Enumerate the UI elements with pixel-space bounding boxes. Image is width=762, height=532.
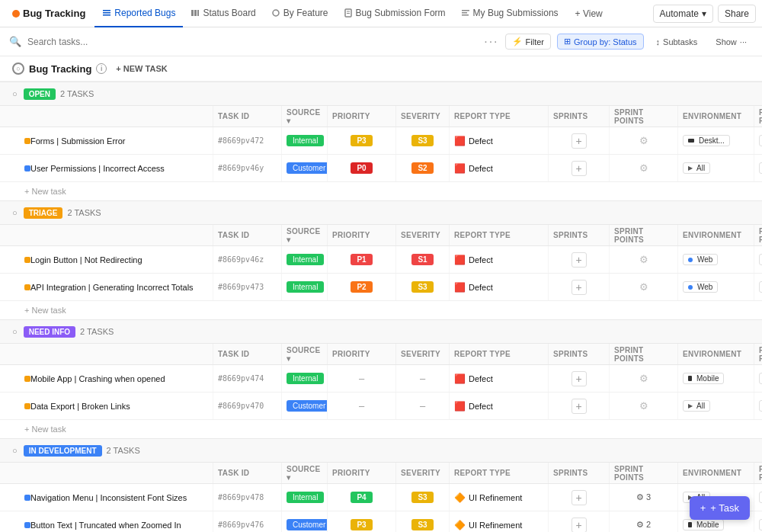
task-name[interactable]: Mobile App | Crashing when opened — [30, 374, 165, 383]
project-info-icon[interactable]: i — [96, 63, 107, 74]
group-icon: ⊞ — [564, 37, 571, 46]
section-collapse-icon[interactable]: ○ — [12, 89, 18, 98]
tab-feature-icon — [271, 8, 280, 18]
add-view-btn[interactable]: + View — [569, 5, 609, 22]
priority-badge: P3 — [351, 135, 372, 146]
col-severity: SEVERITY — [396, 225, 450, 245]
task-id-cell: #8669pv476 — [213, 511, 282, 532]
project-collapse-icon[interactable]: ○ — [12, 62, 24, 75]
sprint-points-cell: ⚙ — [610, 365, 678, 392]
col-task-id: TASK ID — [213, 225, 282, 245]
tab-status-board[interactable]: Status Board — [183, 0, 263, 27]
top-right-actions: Automate ▾ Share — [653, 5, 756, 23]
product-feature: Integrations — [759, 281, 762, 293]
sprint-add-btn[interactable]: + — [572, 133, 587, 149]
source-cell: Internal — [282, 484, 328, 511]
task-name[interactable]: Button Text | Truncated when Zoomed In — [30, 521, 181, 530]
sprints-cell: + — [549, 155, 610, 181]
severity-badge: S3 — [411, 519, 433, 530]
env-badge: ▶All — [683, 162, 710, 174]
tab-by-feature[interactable]: By Feature — [264, 0, 336, 27]
sprint-add-btn[interactable]: + — [572, 161, 587, 176]
product-feature-cell: Login — [754, 155, 762, 181]
plus-icon: + — [700, 502, 706, 514]
col-report-type: REPORT TYPE — [450, 106, 549, 127]
section-collapse-icon[interactable]: ○ — [12, 208, 18, 217]
sprint-add-btn[interactable]: + — [572, 280, 587, 295]
environment-cell: Web — [678, 246, 754, 273]
sprints-cell: + — [549, 393, 610, 419]
task-name[interactable]: Navigation Menu | Inconsistent Font Size… — [30, 493, 187, 502]
sprint-add-btn[interactable]: + — [572, 490, 587, 505]
filter-btn[interactable]: ⚡ Filter — [505, 34, 551, 50]
new-task-row[interactable]: + New task — [0, 301, 762, 319]
priority-badge: P1 — [351, 254, 372, 265]
col-priority: PRIORITY — [328, 106, 396, 127]
task-color-indicator — [24, 522, 30, 528]
more-options-icon[interactable]: ··· — [484, 35, 498, 49]
product-feature-cell: Integrations — [754, 393, 762, 419]
new-task-row[interactable]: + New task — [0, 182, 762, 200]
task-name[interactable]: Login Button | Not Redirecting — [30, 255, 142, 264]
svg-rect-2 — [103, 14, 110, 16]
col-sprints: SPRINTS — [549, 344, 610, 364]
new-task-header-btn[interactable]: + NEW TASK — [111, 62, 171, 75]
priority-cell: P3 — [328, 511, 396, 532]
task-id: #8669pv476 — [218, 521, 264, 529]
sprint-points-cell: ⚙ — [610, 155, 678, 181]
sprints-cell: + — [549, 365, 610, 392]
group-by-btn[interactable]: ⊞ Group by: Status — [557, 34, 644, 50]
subtasks-btn[interactable]: ↕ Subtasks — [650, 35, 704, 49]
sprint-add-btn[interactable]: + — [572, 518, 587, 533]
task-color-indicator — [24, 257, 30, 263]
gear-icon: ⚙ — [639, 254, 648, 265]
search-input[interactable] — [27, 37, 478, 47]
col-sprints: SPRINTS — [549, 463, 610, 483]
gear-icon: ⚙ — [639, 135, 648, 146]
project-header: ○ Bug Tracking i + NEW TASK — [0, 56, 762, 82]
col-severity: SEVERITY — [396, 463, 450, 483]
task-id-cell: #8669pv474 — [213, 365, 282, 392]
sprint-add-btn[interactable]: + — [572, 252, 587, 268]
tab-bug-submission-form[interactable]: Bug Submission Form — [336, 0, 453, 27]
tab-my-submissions[interactable]: My Bug Submissions — [453, 0, 566, 27]
tab-reported-bugs[interactable]: Reported Bugs — [94, 0, 183, 27]
share-btn[interactable]: Share — [718, 5, 756, 23]
report-type-cell: 🟥Defect — [450, 127, 549, 154]
col-product-feature: PRODUCT FEATURE — [754, 106, 762, 127]
task-id: #8669pv473 — [218, 283, 264, 291]
task-name[interactable]: Data Export | Broken Links — [30, 402, 130, 411]
task-name[interactable]: API Integration | Generating Incorrect T… — [30, 283, 194, 292]
status-badge: IN DEVELOPMENT — [24, 445, 102, 457]
table-row: User Permissions | Incorrect Access #866… — [0, 155, 762, 182]
env-badge: Web — [683, 254, 718, 265]
table-row: Login Button | Not Redirecting #8669pv46… — [0, 246, 762, 274]
subtasks-icon: ↕ — [656, 37, 661, 46]
show-btn[interactable]: Show ··· — [709, 35, 753, 49]
task-name-cell: API Integration | Generating Incorrect T… — [0, 274, 213, 300]
product-feature: Login — [759, 254, 762, 265]
task-id-cell: #8669pv46z — [213, 246, 282, 273]
sprint-add-btn[interactable]: + — [572, 371, 587, 386]
task-name[interactable]: User Permissions | Incorrect Access — [30, 164, 165, 173]
severity-badge: S3 — [411, 135, 433, 146]
section-header: ○ IN DEVELOPMENT 2 TASKS — [0, 438, 762, 463]
tab-my-icon — [461, 8, 470, 18]
col-task-id: TASK ID — [213, 106, 282, 127]
priority-cell: P4 — [328, 484, 396, 511]
section-collapse-icon[interactable]: ○ — [12, 446, 18, 455]
source-badge: Internal — [287, 281, 324, 293]
sprint-add-btn[interactable]: + — [572, 399, 587, 414]
table-row: Navigation Menu | Inconsistent Font Size… — [0, 484, 762, 511]
add-task-floating-btn[interactable]: + + Task — [690, 496, 750, 520]
project-title: Bug Tracking — [29, 63, 91, 75]
new-task-row[interactable]: + New task — [0, 420, 762, 438]
task-name[interactable]: Forms | Submission Error — [30, 136, 126, 146]
section-collapse-icon[interactable]: ○ — [12, 327, 18, 336]
col-source: SOURCE ▾ — [282, 225, 328, 245]
env-badge: Deskt... — [683, 135, 730, 146]
col-task-name — [0, 463, 213, 483]
sprint-points-val: ⚙ 3 — [636, 492, 651, 502]
svg-point-6 — [273, 10, 279, 16]
automate-btn[interactable]: Automate ▾ — [653, 5, 713, 23]
